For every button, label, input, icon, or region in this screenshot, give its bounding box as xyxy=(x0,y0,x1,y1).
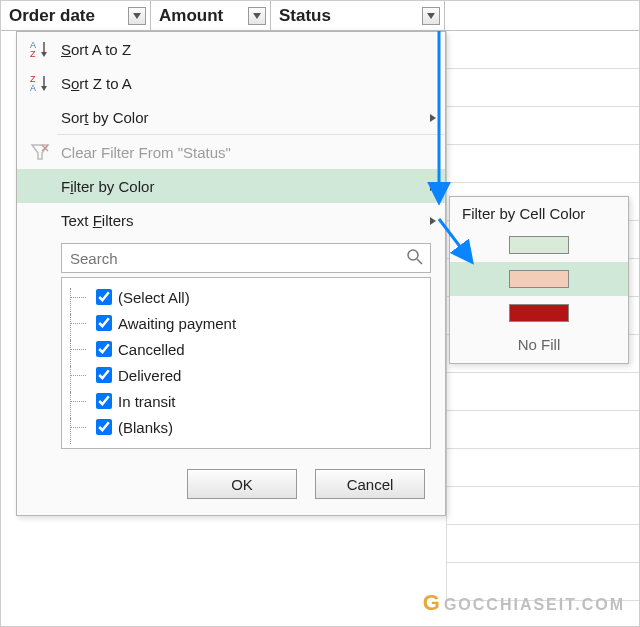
column-header-empty xyxy=(445,1,639,30)
column-header-order-date[interactable]: Order date xyxy=(1,1,151,30)
svg-marker-16 xyxy=(430,217,436,225)
svg-marker-10 xyxy=(41,86,47,91)
color-swatch xyxy=(509,270,569,288)
menu-sort-az[interactable]: A Z Sort A to Z xyxy=(17,32,445,66)
watermark: GGOCCHIASEIT.COM xyxy=(423,590,625,616)
button-label: Cancel xyxy=(347,476,394,493)
menu-sort-za[interactable]: Z A Sort Z to A xyxy=(17,66,445,100)
button-label: OK xyxy=(231,476,253,493)
column-header-row: Order date Amount Status xyxy=(1,1,639,31)
menu-sort-by-color[interactable]: Sort by Color xyxy=(17,100,445,134)
search-icon xyxy=(406,248,424,269)
chevron-right-icon xyxy=(429,109,437,126)
checklist-label: Awaiting payment xyxy=(118,315,236,332)
chevron-right-icon xyxy=(429,212,437,229)
svg-marker-15 xyxy=(430,183,436,191)
color-swatch xyxy=(509,236,569,254)
svg-marker-1 xyxy=(253,13,261,19)
column-header-amount[interactable]: Amount xyxy=(151,1,271,30)
no-fill-option[interactable]: No Fill xyxy=(450,330,628,357)
no-fill-label: No Fill xyxy=(518,336,561,353)
checklist-label: Cancelled xyxy=(118,341,185,358)
column-header-label: Amount xyxy=(159,6,223,26)
svg-marker-11 xyxy=(430,114,436,122)
checklist-item[interactable]: (Blanks) xyxy=(70,414,422,440)
svg-point-17 xyxy=(408,250,418,260)
svg-text:Z: Z xyxy=(30,49,36,59)
menu-filter-by-color[interactable]: Filter by Color xyxy=(17,169,445,203)
ok-button[interactable]: OK xyxy=(187,469,297,499)
menu-label: Clear Filter From "Status" xyxy=(61,144,231,161)
filter-dropdown-icon[interactable] xyxy=(128,7,146,25)
checklist-item[interactable]: Delivered xyxy=(70,362,422,388)
svg-marker-2 xyxy=(427,13,435,19)
checklist-label: (Blanks) xyxy=(118,419,173,436)
color-swatch-option[interactable] xyxy=(450,228,628,262)
color-swatch-option[interactable] xyxy=(450,296,628,330)
menu-text-filters[interactable]: Text Filters xyxy=(17,203,445,237)
menu-label: Sort Z to A xyxy=(61,75,132,92)
color-swatch xyxy=(509,304,569,322)
sort-az-icon: A Z xyxy=(27,36,53,62)
checklist-item[interactable]: Awaiting payment xyxy=(70,310,422,336)
checklist-label: Delivered xyxy=(118,367,181,384)
checklist-label: In transit xyxy=(118,393,176,410)
column-header-label: Status xyxy=(279,6,331,26)
svg-marker-0 xyxy=(133,13,141,19)
column-header-label: Order date xyxy=(9,6,95,26)
checkbox[interactable] xyxy=(96,289,112,305)
menu-label: Text Filters xyxy=(61,212,134,229)
checkbox[interactable] xyxy=(96,393,112,409)
watermark-text: GOCCHIASEIT.COM xyxy=(444,596,625,613)
menu-label: Sort by Color xyxy=(61,109,149,126)
filter-dropdown-icon[interactable] xyxy=(248,7,266,25)
checkbox[interactable] xyxy=(96,419,112,435)
checkbox[interactable] xyxy=(96,315,112,331)
filter-by-color-flyout: Filter by Cell Color No Fill xyxy=(449,196,629,364)
checkbox[interactable] xyxy=(96,367,112,383)
filter-value-checklist: (Select All) Awaiting payment Cancelled … xyxy=(61,277,431,449)
clear-filter-icon xyxy=(27,139,53,165)
menu-label: Sort A to Z xyxy=(61,41,131,58)
checklist-label: (Select All) xyxy=(118,289,190,306)
checkbox[interactable] xyxy=(96,341,112,357)
checklist-item[interactable]: In transit xyxy=(70,388,422,414)
flyout-title: Filter by Cell Color xyxy=(450,197,628,228)
color-swatch-option[interactable] xyxy=(450,262,628,296)
search-input[interactable] xyxy=(68,249,406,268)
filter-dropdown-icon[interactable] xyxy=(422,7,440,25)
checklist-item[interactable]: (Select All) xyxy=(70,284,422,310)
search-input-wrap[interactable] xyxy=(61,243,431,273)
svg-text:A: A xyxy=(30,83,36,93)
dialog-button-row: OK Cancel xyxy=(17,459,445,515)
menu-label: Filter by Color xyxy=(61,178,154,195)
chevron-right-icon xyxy=(429,178,437,195)
checklist-item[interactable]: Cancelled xyxy=(70,336,422,362)
svg-marker-6 xyxy=(41,52,47,57)
cancel-button[interactable]: Cancel xyxy=(315,469,425,499)
menu-clear-filter: Clear Filter From "Status" xyxy=(17,135,445,169)
sort-za-icon: Z A xyxy=(27,70,53,96)
filter-dropdown-panel: A Z Sort A to Z Z A Sort Z to A Sort b xyxy=(16,31,446,516)
svg-line-18 xyxy=(417,259,422,264)
column-header-status[interactable]: Status xyxy=(271,1,445,30)
